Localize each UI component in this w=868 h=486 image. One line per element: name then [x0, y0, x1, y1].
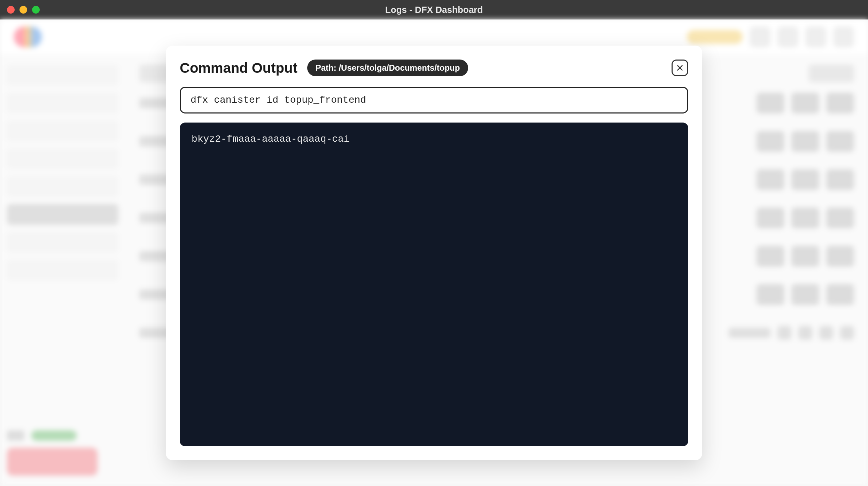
command-output-area[interactable]: bkyz2-fmaaa-aaaaa-qaaaq-cai [180, 123, 688, 446]
traffic-lights [7, 6, 40, 14]
close-window-button[interactable] [7, 6, 15, 14]
maximize-window-button[interactable] [32, 6, 40, 14]
path-badge: Path: /Users/tolga/Documents/topup [307, 60, 468, 76]
close-modal-button[interactable] [672, 60, 688, 76]
command-output-modal: Command Output Path: /Users/tolga/Docume… [166, 46, 702, 460]
minimize-window-button[interactable] [20, 6, 27, 14]
modal-overlay: Command Output Path: /Users/tolga/Docume… [0, 19, 868, 486]
window-title: Logs - DFX Dashboard [385, 5, 483, 15]
command-input[interactable] [180, 87, 688, 113]
close-icon [676, 64, 684, 72]
modal-title: Command Output [180, 60, 297, 76]
window-titlebar: Logs - DFX Dashboard [0, 0, 868, 19]
